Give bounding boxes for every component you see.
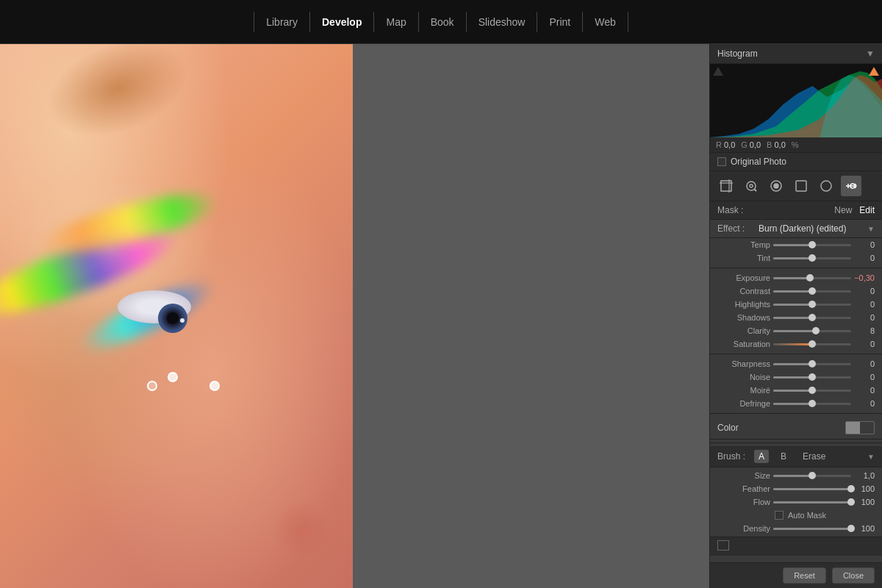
adjustment-brush-tool[interactable] xyxy=(841,176,861,196)
saturation-handle[interactable] xyxy=(808,340,816,348)
moire-handle[interactable] xyxy=(808,387,816,394)
flow-slider[interactable] xyxy=(773,501,851,503)
feather-handle[interactable] xyxy=(847,485,855,492)
flow-handle[interactable] xyxy=(847,498,855,506)
redeye-tool[interactable] xyxy=(766,176,786,196)
tint-handle[interactable] xyxy=(808,254,816,262)
temp-slider[interactable] xyxy=(773,244,851,246)
highlights-fill xyxy=(773,304,812,306)
effect-value: Burn (Darken) (edited) xyxy=(759,223,863,234)
highlight-clipping-indicator[interactable] xyxy=(869,67,879,76)
eye-area xyxy=(103,279,220,338)
auto-mask-label: Auto Mask xyxy=(788,511,826,520)
sharpness-handle[interactable] xyxy=(808,360,816,368)
clarity-label: Clarity xyxy=(717,326,770,335)
defringe-handle[interactable] xyxy=(808,400,816,407)
density-slider-row: Density 100 xyxy=(710,522,882,535)
shadow-clipping-indicator[interactable] xyxy=(713,67,723,76)
size-handle[interactable] xyxy=(808,472,816,479)
size-fill xyxy=(773,475,812,477)
defringe-slider[interactable] xyxy=(773,403,851,405)
original-photo-checkbox[interactable] xyxy=(717,157,726,166)
sharpness-slider-row: Sharpness 0 xyxy=(710,357,882,370)
exposure-value: −0,30 xyxy=(854,273,875,282)
shadows-value: 0 xyxy=(854,313,875,322)
g-label: G xyxy=(741,140,747,149)
noise-handle[interactable] xyxy=(808,373,816,381)
highlights-handle[interactable] xyxy=(808,301,816,308)
graduated-filter-tool[interactable] xyxy=(816,176,836,196)
nav-book[interactable]: Book xyxy=(419,12,467,32)
density-handle[interactable] xyxy=(847,525,855,532)
auto-mask-row: Auto Mask xyxy=(710,509,882,522)
mask-new-button[interactable]: New xyxy=(834,205,852,215)
shadows-slider[interactable] xyxy=(773,317,851,319)
catchlight xyxy=(180,318,184,323)
saturation-slider[interactable] xyxy=(773,343,851,345)
nav-library[interactable]: Library xyxy=(254,12,310,32)
reset-button[interactable]: Reset xyxy=(783,567,826,584)
contrast-handle[interactable] xyxy=(808,287,816,295)
photo-container xyxy=(0,44,353,588)
effect-dropdown-icon[interactable]: ▼ xyxy=(867,225,875,233)
masking-tool[interactable] xyxy=(791,176,811,196)
contrast-slider[interactable] xyxy=(773,290,851,293)
nav-web[interactable]: Web xyxy=(583,12,628,32)
clarity-handle[interactable] xyxy=(812,327,820,334)
nav-develop[interactable]: Develop xyxy=(310,12,374,32)
crop-tool[interactable] xyxy=(716,176,736,196)
g-value-group: G 0,0 xyxy=(741,140,761,149)
moire-label: Moiré xyxy=(717,386,770,395)
sharpness-fill xyxy=(773,363,812,365)
temp-handle[interactable] xyxy=(808,241,816,248)
filmstrip-icon[interactable] xyxy=(717,540,729,551)
sharpness-value: 0 xyxy=(854,359,875,368)
histogram-canvas xyxy=(710,64,882,137)
photo-area xyxy=(0,44,709,588)
sharpness-slider[interactable] xyxy=(773,363,851,365)
brush-a-button[interactable]: A xyxy=(754,450,769,463)
nav-slideshow[interactable]: Slideshow xyxy=(467,12,538,32)
filmstrip-toggle xyxy=(710,537,882,556)
b-value-group: B 0,0 xyxy=(767,140,786,149)
temp-value: 0 xyxy=(854,240,875,249)
brush-collapse-icon[interactable]: ▼ xyxy=(867,453,875,461)
saturation-value: 0 xyxy=(854,340,875,348)
auto-mask-checkbox[interactable] xyxy=(775,511,784,520)
flow-slider-row: Flow 100 xyxy=(710,495,882,509)
percent-sign: % xyxy=(792,140,799,149)
tint-slider[interactable] xyxy=(773,257,851,259)
exposure-handle[interactable] xyxy=(806,274,814,282)
spot-removal-tool[interactable] xyxy=(741,176,761,196)
saturation-label: Saturation xyxy=(717,340,770,348)
nav-print[interactable]: Print xyxy=(537,12,583,32)
histogram-dropdown-icon[interactable]: ▼ xyxy=(866,49,875,59)
color-swatch[interactable] xyxy=(845,421,875,434)
feather-slider[interactable] xyxy=(773,488,851,490)
close-button[interactable]: Close xyxy=(832,567,875,584)
sharpness-label: Sharpness xyxy=(717,359,770,368)
brush-b-button[interactable]: B xyxy=(776,450,791,463)
brush-erase-button[interactable]: Erase xyxy=(798,450,830,463)
noise-slider[interactable] xyxy=(773,376,851,379)
contrast-label: Contrast xyxy=(717,287,770,295)
tint-slider-row: Tint 0 xyxy=(710,251,882,265)
clarity-slider[interactable] xyxy=(773,330,851,332)
noise-value: 0 xyxy=(854,373,875,381)
density-slider[interactable] xyxy=(773,528,851,530)
shadows-handle[interactable] xyxy=(808,314,816,321)
brush-label: Brush : xyxy=(717,451,747,462)
moire-slider[interactable] xyxy=(773,390,851,392)
size-slider[interactable] xyxy=(773,475,851,477)
nav-map[interactable]: Map xyxy=(374,12,418,32)
original-photo-label: Original Photo xyxy=(731,157,786,167)
feather-fill xyxy=(773,488,851,490)
mask-edit-button[interactable]: Edit xyxy=(859,205,875,215)
color-swatch-group[interactable] xyxy=(845,421,875,434)
mask-label: Mask : xyxy=(717,205,743,215)
exposure-slider[interactable] xyxy=(773,277,851,279)
contrast-fill xyxy=(773,290,812,293)
bottom-buttons: Reset Close xyxy=(710,562,882,588)
clarity-value: 8 xyxy=(854,326,875,335)
highlights-slider[interactable] xyxy=(773,304,851,306)
